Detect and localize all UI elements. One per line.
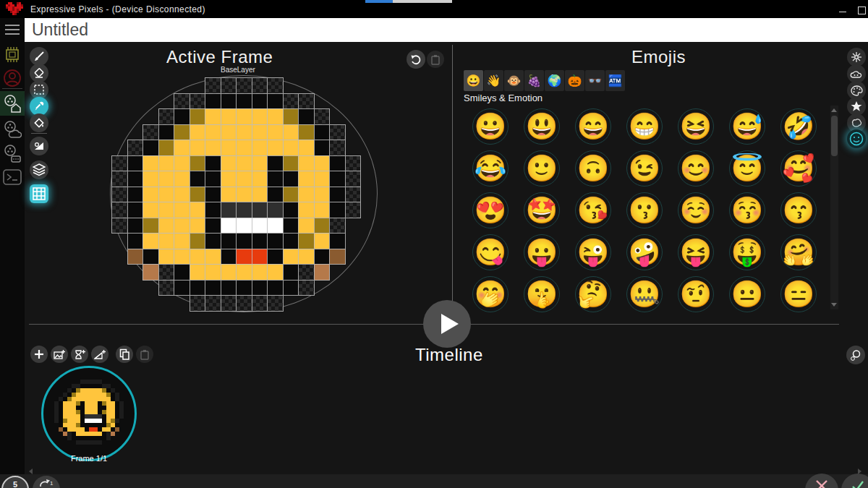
pixel-cell[interactable] bbox=[142, 140, 159, 156]
pixel-cell[interactable] bbox=[329, 124, 346, 141]
pixel-cell[interactable] bbox=[174, 187, 190, 203]
pixel-cell[interactable] bbox=[329, 202, 346, 218]
speed-control[interactable]: 5 bbox=[1, 476, 29, 488]
pixel-cell[interactable] bbox=[298, 171, 315, 187]
pixel-cell[interactable] bbox=[205, 140, 221, 156]
pixel-cell[interactable] bbox=[158, 202, 175, 218]
pixel-cell[interactable] bbox=[221, 93, 237, 110]
pixel-cell[interactable] bbox=[267, 249, 284, 265]
pixel-cell[interactable] bbox=[111, 155, 128, 172]
pixel-cell[interactable] bbox=[267, 295, 284, 312]
pixel-cell[interactable] bbox=[329, 187, 346, 203]
pixel-cell[interactable] bbox=[221, 155, 237, 172]
pixel-cell[interactable] bbox=[345, 171, 362, 187]
pixel-cell[interactable] bbox=[158, 124, 175, 141]
pixel-cell[interactable] bbox=[174, 155, 190, 172]
pixel-cell[interactable] bbox=[298, 93, 315, 110]
pixel-cell[interactable] bbox=[314, 171, 331, 187]
sidebar-item-device-animations[interactable] bbox=[0, 142, 25, 165]
pixel-cell[interactable] bbox=[252, 280, 268, 296]
emoji-item[interactable]: 🤪 bbox=[626, 234, 663, 270]
tool-layers-button[interactable] bbox=[30, 160, 48, 179]
emoji-item[interactable]: 🤣 bbox=[780, 108, 817, 145]
pixel-cell[interactable] bbox=[252, 140, 268, 156]
pixel-cell[interactable] bbox=[236, 155, 252, 172]
emoji-item[interactable]: 🥰 bbox=[780, 150, 817, 187]
pixel-cell[interactable] bbox=[174, 171, 190, 187]
copy-frame-button[interactable] bbox=[116, 346, 133, 363]
pixel-cell[interactable] bbox=[205, 77, 221, 94]
sidebar-item-console[interactable] bbox=[0, 166, 25, 189]
emoji-item[interactable]: 🤩 bbox=[524, 192, 560, 228]
pixel-cell[interactable] bbox=[142, 264, 159, 281]
pixel-cell[interactable] bbox=[314, 187, 331, 203]
pixel-cell[interactable] bbox=[267, 171, 284, 187]
pixel-cell[interactable] bbox=[236, 140, 252, 156]
emoji-item[interactable]: 🤨 bbox=[678, 276, 714, 312]
pixel-cell[interactable] bbox=[329, 140, 346, 156]
sidebar-item-cloud-animations[interactable] bbox=[0, 118, 25, 141]
pixel-cell[interactable] bbox=[252, 233, 268, 249]
sidebar-item-home-animations[interactable] bbox=[0, 91, 25, 116]
emoji-item[interactable]: 😝 bbox=[678, 234, 714, 270]
zoom-timeline-button[interactable] bbox=[846, 346, 865, 364]
pixel-cell[interactable] bbox=[267, 140, 284, 156]
pixel-cell[interactable] bbox=[205, 295, 221, 312]
pixel-cell[interactable] bbox=[127, 202, 144, 218]
pixel-cell[interactable] bbox=[221, 264, 237, 281]
emoji-item[interactable]: 😛 bbox=[524, 234, 560, 270]
pixel-cell[interactable] bbox=[252, 218, 268, 234]
pixel-canvas[interactable] bbox=[111, 77, 362, 312]
pixel-cell[interactable] bbox=[236, 124, 252, 141]
emoji-item[interactable]: 😆 bbox=[678, 108, 714, 145]
pixel-cell[interactable] bbox=[190, 233, 206, 249]
pixel-cell[interactable] bbox=[158, 233, 175, 249]
emoji-item[interactable]: 😅 bbox=[729, 108, 765, 145]
pixel-cell[interactable] bbox=[174, 124, 190, 141]
pixel-cell[interactable] bbox=[111, 218, 128, 234]
pixel-cell[interactable] bbox=[236, 249, 252, 265]
emoji-category-tab[interactable]: 👓 bbox=[585, 70, 605, 91]
pixel-cell[interactable] bbox=[329, 233, 346, 249]
tool-ramp-button[interactable] bbox=[30, 137, 48, 155]
pixel-cell[interactable] bbox=[283, 155, 299, 172]
pixel-cell[interactable] bbox=[252, 155, 268, 172]
emoji-item[interactable]: 🤫 bbox=[524, 276, 560, 312]
pixel-cell[interactable] bbox=[205, 280, 221, 296]
pixel-cell[interactable] bbox=[252, 108, 268, 125]
pixel-cell[interactable] bbox=[298, 202, 315, 218]
pixel-cell[interactable] bbox=[221, 202, 237, 218]
pixel-cell[interactable] bbox=[252, 249, 268, 265]
pixel-cell[interactable] bbox=[345, 202, 362, 218]
pixel-cell[interactable] bbox=[298, 155, 315, 172]
pixel-cell[interactable] bbox=[142, 218, 159, 234]
pixel-cell[interactable] bbox=[267, 93, 284, 110]
pixel-cell[interactable] bbox=[236, 295, 252, 312]
restore-button[interactable] bbox=[852, 0, 868, 18]
hamburger-menu-button[interactable] bbox=[5, 25, 20, 35]
pixel-cell[interactable] bbox=[221, 218, 237, 234]
pixel-cell[interactable] bbox=[190, 280, 206, 296]
pixel-cell[interactable] bbox=[329, 155, 346, 172]
pixel-cell[interactable] bbox=[158, 280, 175, 296]
pixel-cell[interactable] bbox=[127, 218, 144, 234]
emoji-item[interactable]: 😙 bbox=[780, 192, 817, 228]
pixel-cell[interactable] bbox=[252, 264, 268, 281]
pixel-cell[interactable] bbox=[111, 202, 128, 218]
pixel-cell[interactable] bbox=[236, 280, 252, 296]
emoji-item[interactable]: 🙂 bbox=[524, 150, 560, 187]
add-fade-frame-button[interactable] bbox=[91, 346, 109, 363]
pixel-cell[interactable] bbox=[298, 249, 315, 265]
pixel-cell[interactable] bbox=[174, 249, 190, 265]
pixel-cell[interactable] bbox=[190, 202, 206, 218]
emoji-item[interactable]: 😂 bbox=[472, 150, 509, 187]
pixel-cell[interactable] bbox=[267, 233, 284, 249]
pixel-cell[interactable] bbox=[267, 187, 284, 203]
pixel-cell[interactable] bbox=[205, 108, 221, 125]
pixel-cell[interactable] bbox=[314, 218, 331, 234]
pixel-cell[interactable] bbox=[283, 264, 299, 281]
pixel-cell[interactable] bbox=[267, 218, 284, 234]
pixel-cell[interactable] bbox=[221, 171, 237, 187]
pixel-cell[interactable] bbox=[111, 171, 128, 187]
pixel-cell[interactable] bbox=[190, 140, 206, 156]
